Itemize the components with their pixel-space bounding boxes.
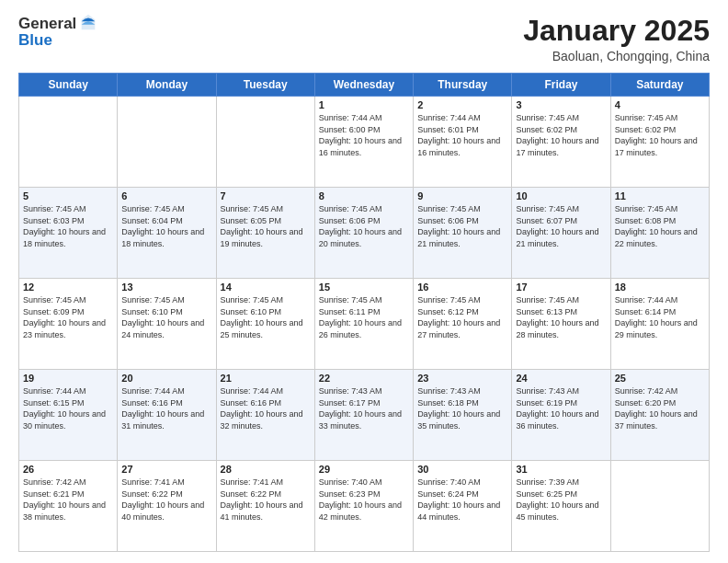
day-cell: 31Sunrise: 7:39 AM Sunset: 6:25 PM Dayli… bbox=[512, 461, 610, 552]
day-info: Sunrise: 7:45 AM Sunset: 6:09 PM Dayligh… bbox=[23, 294, 113, 340]
day-info: Sunrise: 7:41 AM Sunset: 6:22 PM Dayligh… bbox=[121, 477, 211, 523]
day-number: 17 bbox=[516, 282, 606, 293]
day-cell: 18Sunrise: 7:44 AM Sunset: 6:14 PM Dayli… bbox=[610, 279, 709, 370]
day-info: Sunrise: 7:45 AM Sunset: 6:11 PM Dayligh… bbox=[319, 294, 409, 340]
day-number: 11 bbox=[615, 190, 705, 201]
day-info: Sunrise: 7:40 AM Sunset: 6:24 PM Dayligh… bbox=[417, 477, 507, 523]
day-info: Sunrise: 7:40 AM Sunset: 6:23 PM Dayligh… bbox=[319, 477, 409, 523]
day-info: Sunrise: 7:45 AM Sunset: 6:10 PM Dayligh… bbox=[121, 294, 211, 340]
week-row-5: 26Sunrise: 7:42 AM Sunset: 6:21 PM Dayli… bbox=[19, 461, 710, 552]
day-cell bbox=[19, 97, 118, 188]
day-info: Sunrise: 7:45 AM Sunset: 6:07 PM Dayligh… bbox=[516, 203, 606, 249]
day-info: Sunrise: 7:39 AM Sunset: 6:25 PM Dayligh… bbox=[516, 477, 606, 523]
day-number: 9 bbox=[417, 190, 507, 201]
day-number: 15 bbox=[319, 282, 409, 293]
day-number: 24 bbox=[516, 373, 606, 384]
day-info: Sunrise: 7:44 AM Sunset: 6:00 PM Dayligh… bbox=[319, 112, 409, 158]
day-number: 3 bbox=[516, 99, 606, 110]
day-cell: 6Sunrise: 7:45 AM Sunset: 6:04 PM Daylig… bbox=[118, 188, 216, 279]
day-cell: 25Sunrise: 7:42 AM Sunset: 6:20 PM Dayli… bbox=[610, 370, 709, 461]
day-number: 28 bbox=[221, 464, 311, 475]
day-info: Sunrise: 7:45 AM Sunset: 6:02 PM Dayligh… bbox=[615, 112, 705, 158]
day-number: 7 bbox=[221, 190, 311, 201]
day-number: 18 bbox=[615, 282, 705, 293]
col-header-friday: Friday bbox=[512, 74, 610, 97]
day-cell: 29Sunrise: 7:40 AM Sunset: 6:23 PM Dayli… bbox=[314, 461, 413, 552]
week-row-2: 5Sunrise: 7:45 AM Sunset: 6:03 PM Daylig… bbox=[19, 188, 710, 279]
day-info: Sunrise: 7:44 AM Sunset: 6:16 PM Dayligh… bbox=[221, 385, 311, 431]
logo: General Blue bbox=[18, 15, 98, 50]
day-cell: 19Sunrise: 7:44 AM Sunset: 6:15 PM Dayli… bbox=[19, 370, 118, 461]
day-number: 5 bbox=[23, 190, 113, 201]
day-number: 31 bbox=[516, 464, 606, 475]
day-cell: 21Sunrise: 7:44 AM Sunset: 6:16 PM Dayli… bbox=[216, 370, 314, 461]
day-info: Sunrise: 7:45 AM Sunset: 6:03 PM Dayligh… bbox=[23, 203, 113, 249]
day-cell: 3Sunrise: 7:45 AM Sunset: 6:02 PM Daylig… bbox=[512, 97, 610, 188]
day-cell: 8Sunrise: 7:45 AM Sunset: 6:06 PM Daylig… bbox=[314, 188, 413, 279]
day-number: 14 bbox=[221, 282, 311, 293]
day-number: 23 bbox=[417, 373, 507, 384]
day-cell: 9Sunrise: 7:45 AM Sunset: 6:06 PM Daylig… bbox=[414, 188, 512, 279]
day-info: Sunrise: 7:43 AM Sunset: 6:17 PM Dayligh… bbox=[319, 385, 409, 431]
day-cell: 14Sunrise: 7:45 AM Sunset: 6:10 PM Dayli… bbox=[216, 279, 314, 370]
day-cell: 26Sunrise: 7:42 AM Sunset: 6:21 PM Dayli… bbox=[19, 461, 118, 552]
day-number: 13 bbox=[121, 282, 211, 293]
day-cell bbox=[216, 97, 314, 188]
day-cell: 10Sunrise: 7:45 AM Sunset: 6:07 PM Dayli… bbox=[512, 188, 610, 279]
day-info: Sunrise: 7:45 AM Sunset: 6:06 PM Dayligh… bbox=[319, 203, 409, 249]
day-info: Sunrise: 7:44 AM Sunset: 6:15 PM Dayligh… bbox=[23, 385, 113, 431]
col-header-tuesday: Tuesday bbox=[216, 74, 314, 97]
day-cell bbox=[610, 461, 709, 552]
col-header-monday: Monday bbox=[118, 74, 216, 97]
day-number: 19 bbox=[23, 373, 113, 384]
day-info: Sunrise: 7:45 AM Sunset: 6:04 PM Dayligh… bbox=[121, 203, 211, 249]
day-cell: 17Sunrise: 7:45 AM Sunset: 6:13 PM Dayli… bbox=[512, 279, 610, 370]
col-header-wednesday: Wednesday bbox=[314, 74, 413, 97]
day-number: 30 bbox=[417, 464, 507, 475]
day-number: 29 bbox=[319, 464, 409, 475]
day-number: 6 bbox=[121, 190, 211, 201]
day-number: 25 bbox=[615, 373, 705, 384]
day-cell: 4Sunrise: 7:45 AM Sunset: 6:02 PM Daylig… bbox=[610, 97, 709, 188]
day-cell: 1Sunrise: 7:44 AM Sunset: 6:00 PM Daylig… bbox=[314, 97, 413, 188]
logo-general-text: General bbox=[18, 15, 76, 33]
day-cell: 23Sunrise: 7:43 AM Sunset: 6:18 PM Dayli… bbox=[414, 370, 512, 461]
day-info: Sunrise: 7:45 AM Sunset: 6:10 PM Dayligh… bbox=[221, 294, 311, 340]
day-number: 2 bbox=[417, 99, 507, 110]
day-cell bbox=[118, 97, 216, 188]
day-number: 10 bbox=[516, 190, 606, 201]
day-number: 22 bbox=[319, 373, 409, 384]
col-header-thursday: Thursday bbox=[414, 74, 512, 97]
title-block: January 2025 Baoluan, Chongqing, China bbox=[523, 15, 710, 63]
week-row-3: 12Sunrise: 7:45 AM Sunset: 6:09 PM Dayli… bbox=[19, 279, 710, 370]
day-info: Sunrise: 7:44 AM Sunset: 6:14 PM Dayligh… bbox=[615, 294, 705, 340]
day-cell: 24Sunrise: 7:43 AM Sunset: 6:19 PM Dayli… bbox=[512, 370, 610, 461]
day-number: 21 bbox=[221, 373, 311, 384]
header: General Blue January 2025 Baoluan, Chong… bbox=[18, 15, 710, 63]
day-info: Sunrise: 7:42 AM Sunset: 6:20 PM Dayligh… bbox=[615, 385, 705, 431]
col-header-saturday: Saturday bbox=[610, 74, 709, 97]
day-info: Sunrise: 7:45 AM Sunset: 6:05 PM Dayligh… bbox=[221, 203, 311, 249]
day-number: 16 bbox=[417, 282, 507, 293]
logo-icon bbox=[78, 13, 98, 33]
day-cell: 5Sunrise: 7:45 AM Sunset: 6:03 PM Daylig… bbox=[19, 188, 118, 279]
day-info: Sunrise: 7:41 AM Sunset: 6:22 PM Dayligh… bbox=[221, 477, 311, 523]
day-cell: 13Sunrise: 7:45 AM Sunset: 6:10 PM Dayli… bbox=[118, 279, 216, 370]
day-info: Sunrise: 7:43 AM Sunset: 6:19 PM Dayligh… bbox=[516, 385, 606, 431]
day-cell: 15Sunrise: 7:45 AM Sunset: 6:11 PM Dayli… bbox=[314, 279, 413, 370]
day-cell: 22Sunrise: 7:43 AM Sunset: 6:17 PM Dayli… bbox=[314, 370, 413, 461]
day-info: Sunrise: 7:45 AM Sunset: 6:13 PM Dayligh… bbox=[516, 294, 606, 340]
days-header-row: SundayMondayTuesdayWednesdayThursdayFrid… bbox=[19, 74, 710, 97]
day-cell: 2Sunrise: 7:44 AM Sunset: 6:01 PM Daylig… bbox=[414, 97, 512, 188]
week-row-1: 1Sunrise: 7:44 AM Sunset: 6:00 PM Daylig… bbox=[19, 97, 710, 188]
day-number: 20 bbox=[121, 373, 211, 384]
day-cell: 30Sunrise: 7:40 AM Sunset: 6:24 PM Dayli… bbox=[414, 461, 512, 552]
week-row-4: 19Sunrise: 7:44 AM Sunset: 6:15 PM Dayli… bbox=[19, 370, 710, 461]
col-header-sunday: Sunday bbox=[19, 74, 118, 97]
day-info: Sunrise: 7:45 AM Sunset: 6:02 PM Dayligh… bbox=[516, 112, 606, 158]
day-info: Sunrise: 7:43 AM Sunset: 6:18 PM Dayligh… bbox=[417, 385, 507, 431]
day-info: Sunrise: 7:45 AM Sunset: 6:12 PM Dayligh… bbox=[417, 294, 507, 340]
day-info: Sunrise: 7:45 AM Sunset: 6:08 PM Dayligh… bbox=[615, 203, 705, 249]
day-cell: 28Sunrise: 7:41 AM Sunset: 6:22 PM Dayli… bbox=[216, 461, 314, 552]
day-cell: 12Sunrise: 7:45 AM Sunset: 6:09 PM Dayli… bbox=[19, 279, 118, 370]
